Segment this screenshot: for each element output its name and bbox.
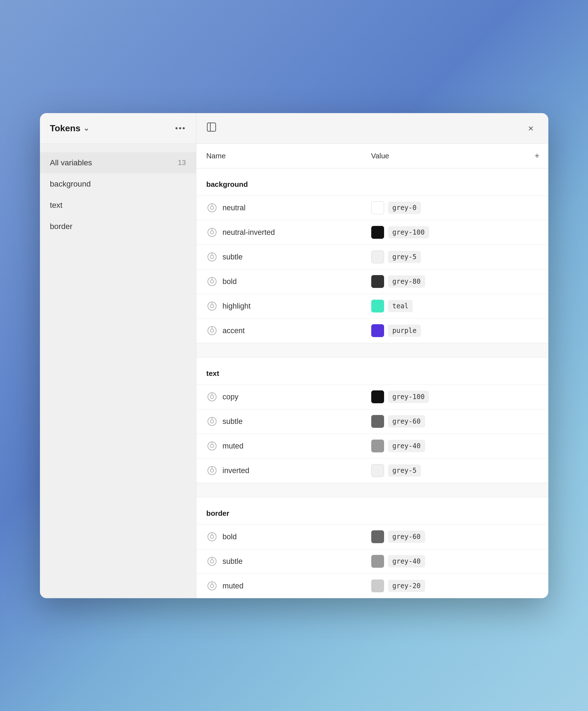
token-value-cell: grey-5 bbox=[361, 251, 526, 263]
token-name: highlight bbox=[223, 302, 251, 310]
color-chip bbox=[371, 415, 384, 428]
palette-icon bbox=[206, 465, 217, 476]
token-value-cell: grey-40 bbox=[361, 555, 526, 568]
tokens-title-group: Tokens ⌄ bbox=[50, 123, 90, 133]
svg-point-39 bbox=[210, 584, 214, 587]
table-row: bold grey-60 bbox=[196, 524, 548, 549]
table-row: subtle grey-5 bbox=[196, 245, 548, 269]
color-chip-wrapper: grey-100 bbox=[371, 390, 429, 403]
col-value-header: Value bbox=[361, 152, 526, 160]
token-name: copy bbox=[223, 393, 238, 401]
section-label-background: background bbox=[196, 168, 548, 195]
color-chip bbox=[371, 226, 384, 239]
token-name-cell: copy bbox=[196, 391, 361, 403]
table-header: Name Value + bbox=[196, 144, 548, 168]
value-badge: grey-80 bbox=[388, 275, 425, 288]
token-name: muted bbox=[223, 442, 244, 450]
table-row: neutral-inverted grey-100 bbox=[196, 220, 548, 245]
sidebar-item-text[interactable]: text bbox=[40, 195, 196, 216]
section-separator bbox=[196, 343, 548, 358]
value-badge: grey-20 bbox=[388, 580, 425, 592]
value-badge: grey-100 bbox=[388, 391, 429, 403]
token-name: neutral bbox=[223, 203, 246, 212]
color-chip-wrapper: grey-0 bbox=[371, 201, 421, 214]
color-chip-wrapper: purple bbox=[371, 324, 421, 337]
svg-point-12 bbox=[210, 280, 214, 283]
table-row: subtle grey-60 bbox=[196, 409, 548, 434]
token-name-cell: muted bbox=[196, 580, 361, 591]
table-row: copy grey-100 bbox=[196, 385, 548, 409]
close-button[interactable]: × bbox=[524, 121, 538, 135]
window-body: All variables 13 background text border … bbox=[40, 144, 548, 598]
token-name: bold bbox=[223, 277, 237, 286]
table-row: subtle grey-40 bbox=[196, 549, 548, 574]
sidebar: All variables 13 background text border bbox=[40, 144, 196, 598]
svg-point-30 bbox=[210, 469, 214, 472]
more-options-button[interactable]: ••• bbox=[175, 124, 186, 133]
color-chip bbox=[371, 439, 384, 452]
section-label-text: text bbox=[196, 358, 548, 385]
section-label-border: border bbox=[196, 497, 548, 524]
sidebar-item-text-label: text bbox=[50, 201, 63, 210]
section-separator-2 bbox=[196, 483, 548, 497]
svg-point-9 bbox=[210, 255, 214, 259]
all-variables-count: 13 bbox=[178, 158, 186, 167]
color-chip-wrapper: grey-40 bbox=[371, 555, 425, 568]
palette-icon bbox=[206, 251, 217, 262]
palette-icon bbox=[206, 301, 217, 312]
sidebar-item-background[interactable]: background bbox=[40, 173, 196, 195]
token-value-cell: grey-60 bbox=[361, 530, 526, 543]
svg-point-21 bbox=[210, 395, 214, 398]
token-name: subtle bbox=[223, 417, 243, 426]
svg-point-3 bbox=[210, 206, 214, 210]
color-chip bbox=[371, 251, 384, 263]
token-name-cell: neutral-inverted bbox=[196, 227, 361, 238]
token-name-cell: muted bbox=[196, 440, 361, 452]
value-badge: grey-100 bbox=[388, 226, 429, 238]
token-name: subtle bbox=[223, 253, 243, 261]
token-name: inverted bbox=[223, 466, 249, 475]
svg-point-18 bbox=[210, 329, 214, 332]
svg-point-15 bbox=[210, 304, 214, 308]
color-chip-wrapper: grey-80 bbox=[371, 275, 425, 288]
main-window: Tokens ⌄ ••• × All variables 13 backgr bbox=[40, 113, 548, 598]
value-badge: grey-40 bbox=[388, 555, 425, 567]
color-chip-wrapper: teal bbox=[371, 300, 413, 313]
token-value-cell: grey-20 bbox=[361, 580, 526, 592]
main-header: × bbox=[196, 113, 548, 144]
color-chip bbox=[371, 201, 384, 214]
svg-point-27 bbox=[210, 444, 214, 448]
all-variables-label: All variables bbox=[50, 158, 92, 167]
sidebar-toggle-icon[interactable] bbox=[206, 122, 216, 134]
palette-icon bbox=[206, 202, 217, 213]
token-name-cell: subtle bbox=[196, 416, 361, 427]
token-name-cell: bold bbox=[196, 276, 361, 287]
token-value-cell: grey-5 bbox=[361, 464, 526, 477]
token-value-cell: grey-100 bbox=[361, 226, 526, 239]
color-chip-wrapper: grey-60 bbox=[371, 415, 425, 428]
palette-icon bbox=[206, 531, 217, 542]
main-content: Name Value + background neutral grey-0 bbox=[196, 144, 548, 598]
svg-point-24 bbox=[210, 420, 214, 423]
svg-point-6 bbox=[210, 231, 214, 234]
chevron-down-icon[interactable]: ⌄ bbox=[83, 124, 89, 133]
sidebar-item-background-label: background bbox=[50, 179, 91, 188]
sidebar-header: Tokens ⌄ ••• bbox=[40, 113, 196, 144]
token-value-cell: grey-100 bbox=[361, 390, 526, 403]
palette-icon bbox=[206, 556, 217, 567]
color-chip bbox=[371, 390, 384, 403]
token-value-cell: grey-40 bbox=[361, 439, 526, 452]
token-name-cell: bold bbox=[196, 531, 361, 542]
token-value-cell: purple bbox=[361, 324, 526, 337]
token-name-cell: subtle bbox=[196, 251, 361, 262]
value-badge: grey-40 bbox=[388, 440, 425, 452]
value-badge: grey-60 bbox=[388, 531, 425, 543]
add-column-button[interactable]: + bbox=[526, 151, 548, 160]
color-chip-wrapper: grey-60 bbox=[371, 530, 425, 543]
sidebar-item-border[interactable]: border bbox=[40, 216, 196, 237]
palette-icon bbox=[206, 276, 217, 287]
sidebar-item-border-label: border bbox=[50, 222, 72, 231]
palette-icon bbox=[206, 325, 217, 336]
color-chip bbox=[371, 275, 384, 288]
sidebar-item-all-variables[interactable]: All variables 13 bbox=[40, 152, 196, 173]
